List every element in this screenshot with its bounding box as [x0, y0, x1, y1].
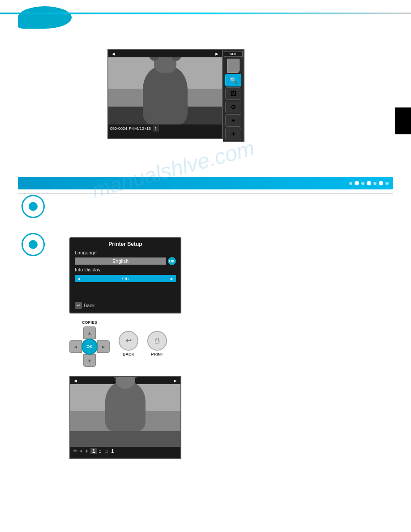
top-lcd-screen: ◄ ► 050-0024 P4×6/10×15 1: [107, 49, 223, 139]
ok-badge[interactable]: OK: [168, 257, 176, 265]
copies-count-top: 1: [153, 125, 159, 132]
info-display-label: Info Display: [70, 266, 180, 273]
language-value: English: [75, 257, 166, 265]
dot-7: [385, 182, 389, 185]
language-label: Language: [70, 249, 180, 256]
step-bubble-1: [21, 195, 45, 218]
back-button-label: BACK: [123, 352, 134, 356]
dog-head: [154, 57, 176, 73]
dots-indicator: [349, 181, 389, 185]
bottom-page-count: 1: [111, 448, 114, 454]
header-blob: [18, 6, 72, 29]
bottom-copies: 1: [90, 448, 97, 454]
section-bar: [18, 177, 393, 189]
dpad-left[interactable]: ◄: [69, 340, 82, 353]
step-bubble-inner-2: [29, 240, 38, 249]
dpad-right[interactable]: ►: [97, 340, 110, 353]
step-bubble-2: [21, 233, 45, 256]
bottom-icon-3: ☀: [85, 449, 89, 454]
file-number: 050-0024: [110, 126, 127, 131]
dpad-down[interactable]: ▼: [83, 354, 96, 367]
info-display-value: On: [81, 276, 170, 281]
top-screen-area: ◄ ► 050-0024 P4×6/10×15 1 SD+ 🔍 🖼 ⚙ ✦ ☀: [107, 49, 244, 142]
print-button-label: PRINT: [151, 352, 163, 356]
nav-right-arrow: ►: [214, 51, 219, 56]
select-arrow-left: ◄: [77, 276, 81, 281]
sd-badge: SD+: [224, 51, 243, 57]
side-icon-settings[interactable]: ⚙: [225, 101, 241, 113]
info-display-row: ◄ On ►: [75, 275, 176, 282]
top-screen-info-bar: 050-0024 P4×6/10×15 1: [108, 124, 222, 133]
side-icon-brightness[interactable]: ☀: [225, 128, 241, 140]
side-panel: SD+ 🔍 🖼 ⚙ ✦ ☀: [223, 49, 244, 142]
dot-1: [349, 182, 352, 185]
printer-setup-title: Printer Setup: [70, 238, 180, 249]
printer-setup-screen: Printer Setup Language English OK Info D…: [69, 237, 181, 313]
bottom-icon-1: 👁: [73, 449, 77, 454]
back-label: Back: [84, 303, 94, 308]
side-icon-image[interactable]: 🖼: [225, 87, 241, 100]
dot-4: [367, 181, 371, 185]
bottom-lcd-screen: ◄ ► 👁 ✦ ☀ 1 ± □ 1: [69, 376, 181, 459]
paper-size: P4×6/10×15: [129, 126, 151, 131]
bottom-nav-right: ►: [173, 378, 178, 383]
back-row: ↩ Back: [75, 302, 176, 309]
back-button-group: ↩ BACK: [119, 331, 138, 356]
bottom-screen-image: [70, 384, 180, 447]
side-icon-filter[interactable]: ✦: [225, 114, 241, 127]
header-bar: [0, 13, 411, 14]
side-tab: [395, 107, 411, 134]
dot-2: [355, 181, 359, 185]
dot-3: [361, 182, 364, 185]
bottom-screen-area: ◄ ► 👁 ✦ ☀ 1 ± □ 1: [69, 376, 181, 459]
paper-icon: □: [105, 449, 107, 454]
nav-left-arrow: ◄: [111, 51, 116, 56]
dpad-up[interactable]: ▲: [83, 326, 96, 339]
controller-area: COPIES ▲ ◄ OK ► ▼ ↩ BACK ⎙ PRINT: [69, 320, 167, 367]
watermark: manualshlve.com: [89, 136, 257, 203]
dot-6: [379, 181, 383, 185]
copies-label: COPIES: [82, 320, 97, 325]
side-icon-photo[interactable]: 🔍: [225, 74, 241, 86]
back-button[interactable]: ↩: [119, 331, 138, 351]
plus-minus-icon: ±: [99, 449, 102, 454]
dog-body: [143, 66, 188, 124]
bottom-info-bar: 👁 ✦ ☀ 1 ± □ 1: [70, 447, 180, 455]
top-screen-image: [108, 57, 222, 124]
print-button[interactable]: ⎙: [147, 331, 167, 351]
language-row: English OK: [75, 257, 176, 265]
dpad-ok[interactable]: OK: [81, 339, 98, 355]
dpad: ▲ ◄ OK ► ▼: [69, 326, 110, 367]
divider-top: [18, 193, 393, 194]
back-icon[interactable]: ↩: [75, 302, 82, 309]
step-bubble-inner-1: [29, 202, 38, 211]
dot-5: [373, 182, 377, 185]
bottom-nav-left: ◄: [73, 378, 78, 383]
top-screen-nav: ◄ ►: [108, 50, 222, 57]
sd-card: [227, 59, 240, 73]
select-arrow-right: ►: [170, 276, 174, 281]
bottom-icon-2: ✦: [79, 449, 83, 454]
print-button-group: ⎙ PRINT: [147, 331, 167, 356]
